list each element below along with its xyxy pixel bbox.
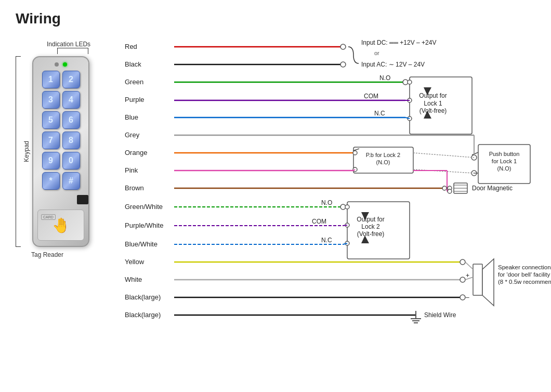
input-dc-label: Input DC: ══ +12V – +24V [361,39,436,46]
speaker-cone [482,259,494,306]
led-gray [55,62,59,67]
speaker-body [473,264,482,295]
or-label: or [374,50,379,56]
lock1-output-label2: Lock 1 [424,100,442,107]
label-orange: Orange [125,149,147,156]
key-7[interactable]: 7 [42,132,60,149]
key-3[interactable]: 3 [42,91,60,109]
pb-lock2-label1: P.b for Lock 2 [366,152,400,158]
speaker-label1: Speaker connection [498,264,551,270]
keypad-label: Keypad [23,141,30,162]
shield-label: Shield Wire [424,311,456,319]
label-blue: Blue [125,113,138,121]
indication-leds-label: Indication LEDs [47,41,90,48]
key-4[interactable]: 4 [62,91,80,109]
dm-dot3 [448,189,452,193]
wiring-svg: Red Input DC: ══ +12V – +24V or Black In… [125,35,551,392]
key-star[interactable]: * [42,172,60,190]
label-black-large2: Black(large) [125,311,161,319]
label-black-large1: Black(large) [125,293,161,301]
keypad-grid: 1 2 3 4 5 6 7 8 9 0 * # [42,71,80,190]
pb-connect-top [413,153,474,158]
speaker-wire-top [465,262,473,269]
key-8[interactable]: 8 [62,132,80,149]
dot-black-large [460,295,465,300]
key-1[interactable]: 1 [42,71,60,88]
wire-pw-ext [343,225,347,226]
pb-lock1-toggle [472,152,478,155]
label-brown: Brown [125,184,144,192]
keypad-device: 1 2 3 4 5 6 7 8 9 0 * # CARD [32,56,89,247]
nc-label-bw: N.C [321,237,332,244]
label-purple: Purple [125,96,145,103]
minus-label: – [466,294,469,301]
input-ac-label: Input AC: ∼ 12V – 24V [361,61,425,68]
dot-red [340,44,346,49]
pb-lock2-label2: (N.O) [376,159,390,165]
box-dot-green [408,80,412,84]
connector-block [77,195,88,204]
card-reader-area: CARD 🤚 [37,210,84,241]
page-title: Wiring [16,10,535,27]
lock2-label3: (Volt-free) [357,230,385,238]
lock1-output-label1: Output for [419,92,447,99]
pb-lock2-dot-top [353,151,357,155]
dot-white [460,277,465,282]
label-purple-white: Purple/White [125,221,163,229]
device-wrapper: Keypad 1 2 3 4 5 6 7 8 9 0 [16,56,120,247]
indication-leds-bracket [57,48,88,54]
com-label-pw: COM [312,218,326,225]
nc-label-blue: N.C [374,110,385,117]
label-pink: Pink [125,166,138,174]
key-0[interactable]: 0 [62,152,80,169]
label-black: Black [125,60,141,68]
label-grey: Grey [125,131,140,139]
key-6[interactable]: 6 [62,111,80,129]
door-magnetic-label: Door Magnetic [472,185,513,192]
brace-top [348,47,359,63]
speaker-label2: for 'door bell' facility [498,271,550,278]
box2-dot-gw [345,205,349,209]
label-white: White [125,276,142,283]
label-red: Red [125,43,137,50]
lock2-label2: Lock 2 [361,223,380,230]
lock2-label1: Output for [357,216,384,223]
label-blue-white: Blue/White [125,240,158,248]
led-green [63,62,67,67]
tag-reader-label: Tag Reader [31,251,120,258]
speaker-label3: (8 * 0.5w recommended) [498,279,551,285]
label-green-white: Green/White [125,203,163,211]
no-label-green: N.O [379,74,390,82]
key-2[interactable]: 2 [62,71,80,88]
pb-lock1-label3: (N.O) [497,165,511,172]
keypad-bracket [16,56,21,247]
dot-black [340,62,346,67]
label-green: Green [125,78,143,86]
no-label-gw: N.O [321,199,332,206]
key-9[interactable]: 9 [42,152,60,169]
wiring-section: Red Input DC: ══ +12V – +24V or Black In… [125,35,551,392]
label-yellow: Yellow [125,258,145,266]
card-label: CARD [41,214,56,220]
device-section: Indication LEDs Keypad 1 2 3 4 5 6 [16,41,120,258]
main-container: Indication LEDs Keypad 1 2 3 4 5 6 [16,35,535,392]
dm-dot1 [442,186,447,190]
led-row [55,62,67,67]
key-5[interactable]: 5 [42,111,60,129]
pb-lock1-label1: Push button [489,151,520,157]
key-hash[interactable]: # [62,172,80,190]
com-label-purple: COM [364,93,378,100]
pb-lock1-label2: for Lock 1 [492,158,517,164]
dot-yellow [460,259,465,265]
lock1-output-label3: (Volt-free) [419,107,447,114]
